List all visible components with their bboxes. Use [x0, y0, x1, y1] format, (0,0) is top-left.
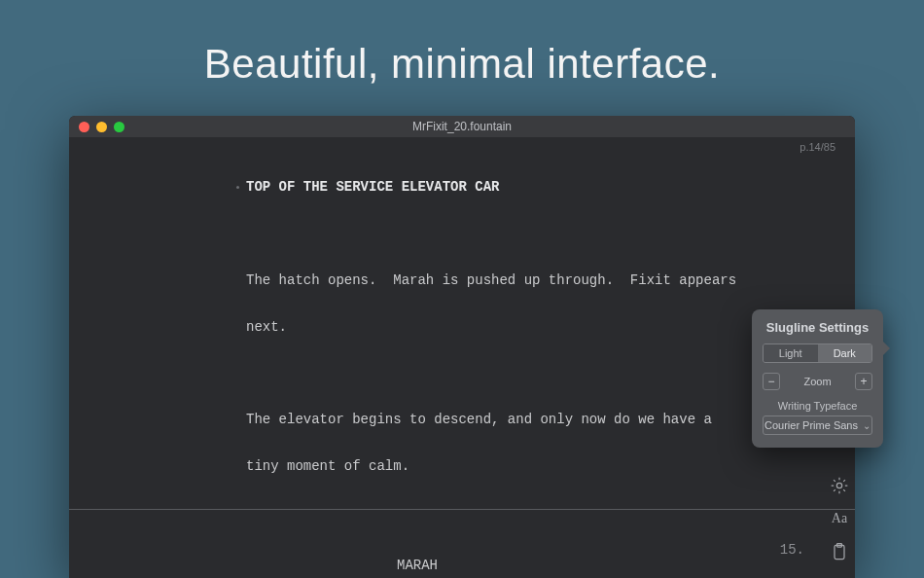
action-block: tiny moment of calm.	[244, 459, 855, 475]
settings-popover: Slugline Settings Light Dark − Zoom + Wr…	[752, 309, 883, 448]
theme-dark-button[interactable]: Dark	[818, 344, 872, 362]
right-rail: Aa	[830, 476, 849, 578]
typeface-label: Writing Typeface	[763, 400, 872, 412]
close-icon[interactable]	[79, 122, 89, 132]
page-number: 15.	[780, 543, 804, 559]
typography-icon[interactable]: Aa	[830, 511, 849, 526]
minimize-icon[interactable]	[96, 122, 107, 132]
zoom-controls: − Zoom +	[763, 373, 872, 390]
typeface-select[interactable]: Courier Prime Sans ⌄	[763, 415, 872, 435]
action-block: The hatch opens. Marah is pushed up thro…	[244, 273, 855, 289]
screenplay-text: TOP OF THE SERVICE ELEVATOR CAR The hatc…	[69, 137, 855, 578]
character-cue: MARAH	[244, 559, 855, 574]
slugline-marker-icon	[236, 186, 239, 189]
hero-title: Beautiful, minimal interface.	[0, 41, 924, 88]
slugline: TOP OF THE SERVICE ELEVATOR CAR	[244, 180, 855, 196]
typeface-value: Courier Prime Sans	[764, 419, 858, 431]
app-window: MrFixit_20.fountain p.14/85 TOP OF THE S…	[69, 116, 855, 578]
gear-icon[interactable]	[830, 476, 849, 495]
traffic-lights	[79, 122, 124, 132]
zoom-out-button[interactable]: −	[763, 373, 780, 390]
zoom-in-button[interactable]: +	[855, 373, 872, 390]
theme-light-button[interactable]: Light	[764, 344, 818, 362]
titlebar: MrFixit_20.fountain	[69, 116, 855, 137]
popover-title: Slugline Settings	[763, 320, 872, 335]
maximize-icon[interactable]	[114, 122, 124, 132]
window-title: MrFixit_20.fountain	[69, 120, 855, 133]
page-break	[69, 509, 855, 510]
chevron-down-icon: ⌄	[863, 420, 871, 431]
svg-point-0	[836, 483, 841, 488]
editor[interactable]: p.14/85 TOP OF THE SERVICE ELEVATOR CAR …	[69, 137, 855, 578]
zoom-label: Zoom	[786, 376, 849, 387]
theme-segmented: Light Dark	[763, 343, 872, 363]
clipboard-icon[interactable]	[830, 542, 849, 561]
